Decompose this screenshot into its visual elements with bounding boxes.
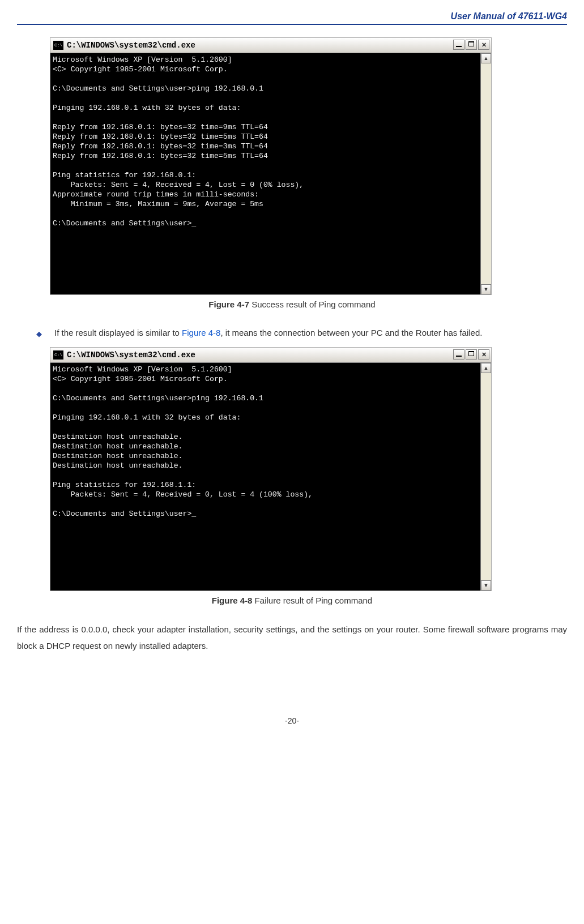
console-output: Microsoft Windows XP [Version 5.1.2600] … (50, 363, 480, 591)
console-area: Microsoft Windows XP [Version 5.1.2600] … (50, 363, 491, 591)
window-controls (453, 348, 491, 362)
scroll-down-icon[interactable]: ▼ (481, 580, 491, 591)
bullet-item: ◆ If the result displayed is similar to … (36, 325, 567, 341)
minimize-button[interactable] (453, 349, 464, 360)
scrollbar[interactable]: ▲ ▼ (480, 363, 491, 591)
titlebar: C:\WINDOWS\system32\cmd.exe (50, 38, 491, 53)
cmd-icon (53, 41, 63, 50)
header-rule (17, 24, 567, 25)
caption-text: Success result of Ping command (249, 300, 376, 309)
bullet-pre: If the result displayed is similar to (54, 328, 182, 337)
page-header: User Manual of 47611-WG4 (17, 11, 567, 24)
page-number: -20- (17, 716, 567, 725)
maximize-button[interactable] (466, 349, 477, 360)
scroll-up-icon[interactable]: ▲ (481, 363, 491, 373)
caption-label: Figure 4-8 (212, 596, 253, 605)
cmd-window-success: C:\WINDOWS\system32\cmd.exe Microsoft Wi… (50, 37, 492, 295)
cmd-window-failure: C:\WINDOWS\system32\cmd.exe Microsoft Wi… (50, 347, 492, 591)
scroll-down-icon[interactable]: ▼ (481, 284, 491, 294)
bullet-post: , it means the connection between your P… (220, 328, 482, 337)
window-title: C:\WINDOWS\system32\cmd.exe (67, 38, 453, 53)
cmd-icon (53, 350, 63, 360)
close-button[interactable] (478, 349, 489, 360)
console-output: Microsoft Windows XP [Version 5.1.2600] … (50, 53, 480, 294)
caption-text: Failure result of Ping command (252, 596, 372, 605)
minimize-button[interactable] (453, 40, 464, 50)
figure-caption-4-7: Figure 4-7 Success result of Ping comman… (17, 300, 567, 309)
figure-caption-4-8: Figure 4-8 Failure result of Ping comman… (17, 596, 567, 605)
window-controls (453, 38, 491, 53)
body-paragraph: If the address is 0.0.0.0, check your ad… (17, 621, 567, 654)
scrollbar[interactable]: ▲ ▼ (480, 53, 491, 294)
bullet-text: If the result displayed is similar to Fi… (54, 325, 482, 341)
close-button[interactable] (478, 40, 489, 50)
bullet-icon: ◆ (36, 327, 42, 341)
console-area: Microsoft Windows XP [Version 5.1.2600] … (50, 53, 491, 294)
caption-label: Figure 4-7 (208, 300, 249, 309)
scroll-track[interactable] (481, 63, 491, 284)
maximize-button[interactable] (466, 40, 477, 50)
scroll-track[interactable] (481, 373, 491, 580)
scroll-up-icon[interactable]: ▲ (481, 53, 491, 63)
window-title: C:\WINDOWS\system32\cmd.exe (67, 348, 453, 362)
figure-link-4-8[interactable]: Figure 4-8 (182, 328, 220, 337)
titlebar: C:\WINDOWS\system32\cmd.exe (50, 348, 491, 363)
